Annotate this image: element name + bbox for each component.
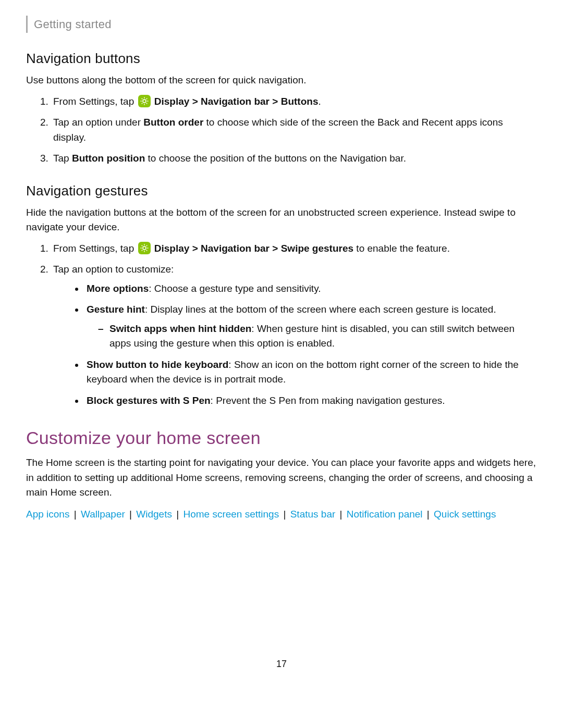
sep: > (189, 96, 201, 107)
navbar-label: Navigation bar (201, 96, 270, 107)
link-separator: | (280, 509, 289, 520)
swipe-gestures-label: Swipe gestures (281, 243, 353, 254)
navbar-label: Navigation bar (201, 243, 270, 254)
display-label: Display (154, 96, 190, 107)
link-status-bar[interactable]: Status bar (290, 509, 336, 520)
nav-buttons-heading: Navigation buttons (26, 48, 537, 69)
link-quick-settings[interactable]: Quick settings (434, 509, 496, 520)
nav-gestures-intro: Hide the navigation buttons at the botto… (26, 205, 537, 235)
text: to choose the position of the buttons on… (145, 153, 406, 164)
text: to enable the feature. (353, 243, 450, 254)
more-options-item: More options: Choose a gesture type and … (84, 281, 537, 297)
button-order-label: Button order (143, 117, 203, 128)
page-number: 17 (26, 657, 537, 671)
text: Tap (53, 153, 72, 164)
nav-buttons-step-1: From Settings, tap Display > Navigation … (51, 94, 537, 109)
block-spen-item: Block gestures with S Pen: Prevent the S… (84, 393, 537, 409)
nav-gestures-heading: Navigation gestures (26, 181, 537, 201)
section-header: Getting started (26, 16, 537, 33)
text: : Display lines at the bottom of the scr… (145, 304, 496, 315)
customize-intro: The Home screen is the starting point fo… (26, 455, 537, 500)
display-label: Display (154, 243, 190, 254)
block-spen-label: Block gestures with S Pen (87, 395, 211, 406)
svg-point-0 (143, 100, 146, 103)
brightness-icon (138, 95, 151, 107)
text: : Choose a gesture type and sensitivity. (149, 283, 321, 294)
svg-line-15 (146, 250, 147, 251)
link-notification-panel[interactable]: Notification panel (347, 509, 423, 520)
text: : Prevent the S Pen from making navigati… (211, 395, 445, 406)
text: . (318, 96, 321, 107)
gesture-hint-label: Gesture hint (87, 304, 145, 315)
nav-gestures-steps: From Settings, tap Display > Navigation … (26, 241, 537, 409)
sep: > (270, 243, 281, 254)
more-options-label: More options (87, 283, 149, 294)
nav-buttons-intro: Use buttons along the bottom of the scre… (26, 73, 537, 88)
button-position-label: Button position (72, 153, 145, 164)
nav-buttons-step-3: Tap Button position to choose the positi… (51, 151, 537, 166)
gesture-hint-item: Gesture hint: Display lines at the botto… (84, 302, 537, 351)
svg-line-7 (141, 103, 142, 104)
switch-apps-item: Switch apps when hint hidden: When gestu… (107, 322, 537, 351)
switch-apps-label: Switch apps when hint hidden (109, 323, 251, 334)
link-separator: | (71, 509, 79, 520)
svg-line-8 (146, 98, 147, 100)
nav-buttons-steps: From Settings, tap Display > Navigation … (26, 94, 537, 166)
customize-heading: Customize your home screen (26, 425, 537, 451)
link-separator: | (424, 509, 433, 520)
customize-links: App icons | Wallpaper | Widgets | Home s… (26, 507, 537, 522)
svg-point-9 (143, 246, 146, 250)
text: Tap an option to customize: (53, 264, 174, 275)
link-wallpaper[interactable]: Wallpaper (81, 509, 125, 520)
nav-buttons-step-2: Tap an option under Button order to choo… (51, 115, 537, 145)
customize-options-list: More options: Choose a gesture type and … (53, 281, 537, 409)
link-widgets[interactable]: Widgets (136, 509, 172, 520)
svg-line-17 (146, 245, 147, 246)
show-button-item: Show button to hide keyboard: Show an ic… (84, 357, 537, 387)
link-separator: | (174, 509, 182, 520)
brightness-icon (138, 242, 151, 254)
svg-line-14 (141, 245, 142, 246)
sep: > (270, 96, 281, 107)
buttons-label: Buttons (281, 96, 319, 107)
gesture-hint-sublist: Switch apps when hint hidden: When gestu… (87, 322, 537, 351)
svg-line-16 (141, 250, 142, 251)
text: From Settings, tap (53, 96, 137, 107)
link-app-icons[interactable]: App icons (26, 509, 69, 520)
nav-gestures-step-1: From Settings, tap Display > Navigation … (51, 241, 537, 256)
svg-line-6 (146, 103, 147, 104)
sep: > (189, 243, 201, 254)
link-separator: | (127, 509, 135, 520)
show-button-label: Show button to hide keyboard (87, 359, 228, 370)
link-separator: | (337, 509, 345, 520)
text: From Settings, tap (53, 243, 137, 254)
link-home-screen-settings[interactable]: Home screen settings (183, 509, 279, 520)
nav-gestures-step-2: Tap an option to customize: More options… (51, 262, 537, 408)
svg-line-5 (141, 98, 142, 100)
text: Tap an option under (53, 117, 143, 128)
